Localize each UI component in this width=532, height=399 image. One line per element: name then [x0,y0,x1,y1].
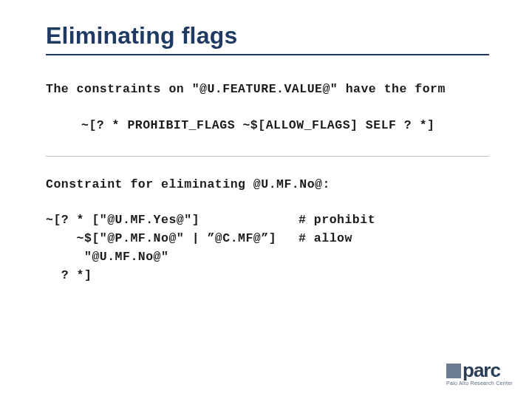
example-heading: Constraint for eliminating @U.MF.No@: [46,176,495,194]
parc-logo: parc Palo Alto Research Center [446,359,513,386]
separator-rule [46,156,489,157]
slide-title: Eliminating flags [46,22,495,50]
logo-subtext: Palo Alto Research Center [446,381,513,386]
example-comments: # prohibit # allow [299,211,375,284]
intro-line: The constraints on "@U.FEATURE.VALUE@" h… [46,81,495,99]
example-code: ~[? * ["@U.MF.Yes@"] ~$["@P.MF.No@" | ”@… [46,211,276,284]
title-rule [46,54,489,55]
logo-text: parc [463,359,500,382]
template-expression: ~[? * PROHIBIT_FLAGS ~$[ALLOW_FLAGS] SEL… [46,117,495,135]
example-block: ~[? * ["@U.MF.Yes@"] ~$["@P.MF.No@" | ”@… [46,211,495,284]
slide: Eliminating flags The constraints on "@U… [0,0,532,399]
logo-square-icon [446,364,461,378]
